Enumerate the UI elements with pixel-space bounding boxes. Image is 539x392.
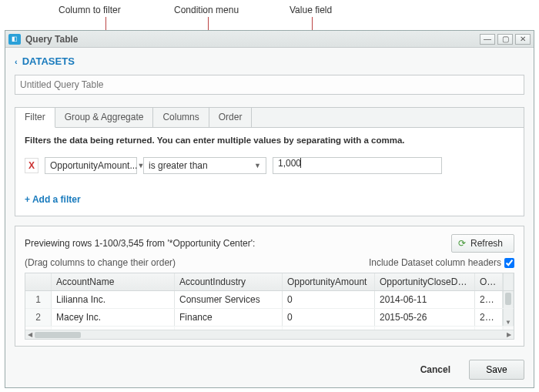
callout-label-value: Value field bbox=[290, 5, 332, 15]
preview-heading: Previewing rows 1-100/3,545 from '*Oppor… bbox=[25, 238, 255, 249]
tab-group-aggregate[interactable]: Group & Aggregate bbox=[55, 108, 154, 127]
cancel-button[interactable]: Cancel bbox=[411, 360, 460, 380]
filter-column-value: OpportunityAmount... bbox=[50, 160, 137, 171]
cell: Finance bbox=[175, 309, 283, 326]
window-title: Query Table bbox=[25, 34, 78, 45]
table-row[interactable]: 1 Lilianna Inc. Consumer Services 0 2014… bbox=[25, 291, 514, 309]
filter-condition-value: is greater than bbox=[149, 160, 208, 171]
back-to-datasets-link[interactable]: ‹ DATASETS bbox=[15, 55, 524, 67]
hscroll-thumb[interactable] bbox=[35, 332, 81, 338]
table-row[interactable]: 3 Marcus Company Consumer Non-Durables 0… bbox=[25, 327, 514, 330]
filter-tab-body: Filters the data being returned. You can… bbox=[15, 128, 524, 216]
filter-value-input[interactable]: 1,000 bbox=[273, 157, 442, 174]
filter-row: X OpportunityAmount... ▼ is greater than… bbox=[25, 157, 514, 174]
col-opportunityclosedate[interactable]: OpportunityCloseDate bbox=[375, 273, 475, 290]
refresh-button[interactable]: ⟳ Refresh bbox=[451, 234, 514, 253]
cell: 2015-04-25 bbox=[475, 309, 503, 326]
tab-filter[interactable]: Filter bbox=[15, 108, 55, 128]
vscroll-header bbox=[503, 273, 514, 290]
tab-columns[interactable]: Columns bbox=[153, 108, 209, 127]
titlebar: ◧ Query Table — ▢ ✕ bbox=[5, 31, 534, 48]
col-accountname[interactable]: AccountName bbox=[52, 273, 175, 290]
minimize-button[interactable]: — bbox=[480, 34, 495, 45]
grid-body: 1 Lilianna Inc. Consumer Services 0 2014… bbox=[25, 291, 514, 330]
cell: Consumer Non-Durables bbox=[175, 327, 283, 330]
filter-value-text: 1,000 bbox=[278, 158, 301, 169]
include-headers-toggle[interactable]: Include Dataset column headers bbox=[369, 257, 514, 268]
drag-hint: (Drag columns to change their order) bbox=[25, 257, 176, 268]
chevron-left-icon: ‹ bbox=[15, 57, 18, 66]
col-opportunitycreat[interactable]: OpportunityCreat bbox=[475, 273, 503, 290]
cell-rownum: 2 bbox=[25, 309, 52, 326]
refresh-label: Refresh bbox=[470, 238, 503, 249]
filter-instructions: Filters the data being returned. You can… bbox=[25, 136, 514, 145]
cell: 0 bbox=[283, 309, 375, 326]
cell: 2015-04-05 bbox=[375, 327, 475, 330]
text-cursor bbox=[300, 158, 301, 168]
vertical-scrollbar[interactable] bbox=[503, 327, 514, 330]
col-opportunityamount[interactable]: OpportunityAmount bbox=[283, 273, 375, 290]
cell-rownum: 3 bbox=[25, 327, 52, 330]
scroll-right-icon[interactable]: ▶ bbox=[504, 331, 514, 338]
app-icon: ◧ bbox=[8, 34, 21, 45]
callout-annotations: Column to filter Condition menu Value fi… bbox=[0, 0, 539, 30]
vertical-scrollbar[interactable]: ▼ bbox=[503, 309, 514, 326]
close-button[interactable]: ✕ bbox=[515, 34, 531, 45]
grid-header: AccountName AccountIndustry OpportunityA… bbox=[25, 273, 514, 291]
dialog-footer: Cancel Save bbox=[15, 352, 524, 380]
callout-label-condition: Condition menu bbox=[174, 5, 239, 15]
filter-condition-select[interactable]: is greater than ▼ bbox=[143, 157, 266, 174]
include-headers-checkbox[interactable] bbox=[504, 258, 514, 268]
table-row[interactable]: 2 Macey Inc. Finance 0 2015-05-26 2015-0… bbox=[25, 309, 514, 327]
cell: 0 bbox=[283, 291, 375, 308]
tabs: Filter Group & Aggregate Columns Order bbox=[15, 108, 524, 128]
remove-filter-button[interactable]: X bbox=[25, 158, 38, 173]
save-button[interactable]: Save bbox=[469, 360, 524, 380]
cell-rownum: 1 bbox=[25, 291, 52, 308]
cell: 2014-06-11 bbox=[375, 291, 475, 308]
add-filter-link[interactable]: + Add a filter bbox=[25, 194, 81, 205]
horizontal-scrollbar[interactable]: ◀ ▶ bbox=[25, 330, 514, 339]
scroll-left-icon[interactable]: ◀ bbox=[25, 331, 35, 338]
refresh-icon: ⟳ bbox=[458, 238, 466, 249]
cell: 0 bbox=[283, 327, 375, 330]
cell: 2015-02-05 bbox=[475, 327, 503, 330]
maximize-button[interactable]: ▢ bbox=[497, 34, 513, 45]
include-headers-label: Include Dataset column headers bbox=[369, 257, 501, 268]
cell: Macey Inc. bbox=[52, 309, 175, 326]
cell: Consumer Services bbox=[175, 291, 283, 308]
filter-column-select[interactable]: OpportunityAmount... ▼ bbox=[45, 157, 137, 174]
tabs-container: Filter Group & Aggregate Columns Order F… bbox=[15, 107, 524, 216]
preview-grid: AccountName AccountIndustry OpportunityA… bbox=[25, 273, 514, 340]
col-rownum[interactable] bbox=[25, 273, 52, 290]
tab-order[interactable]: Order bbox=[209, 108, 253, 127]
cell: Marcus Company bbox=[52, 327, 175, 330]
vertical-scrollbar[interactable]: ▲ bbox=[503, 291, 514, 308]
cell: Lilianna Inc. bbox=[52, 291, 175, 308]
query-table-dialog: ◧ Query Table — ▢ ✕ ‹ DATASETS Filter Gr… bbox=[5, 30, 534, 388]
back-label: DATASETS bbox=[22, 55, 75, 67]
chevron-down-icon: ▼ bbox=[254, 162, 261, 169]
callout-label-column: Column to filter bbox=[59, 5, 121, 15]
cell: 2015-05-26 bbox=[375, 309, 475, 326]
query-name-input[interactable] bbox=[15, 75, 524, 95]
preview-panel: Previewing rows 1-100/3,545 from '*Oppor… bbox=[15, 226, 524, 347]
cell: 2014-06-07 bbox=[475, 291, 503, 308]
col-accountindustry[interactable]: AccountIndustry bbox=[175, 273, 283, 290]
